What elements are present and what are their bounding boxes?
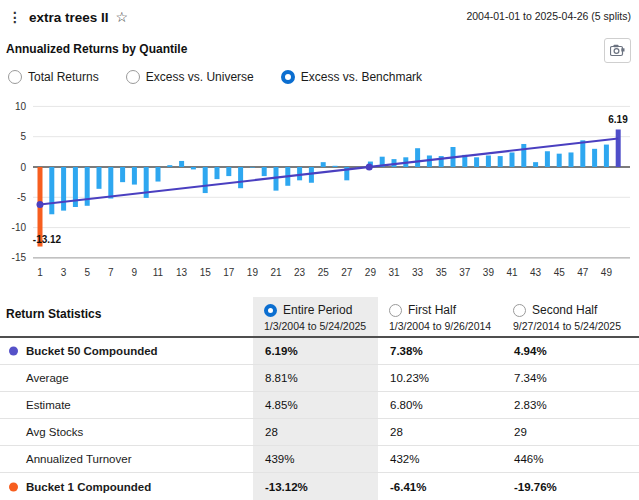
radio-circle <box>264 304 277 317</box>
table-row: Bucket 1 Compounded-13.12%-6.41%-19.76% <box>0 473 639 500</box>
svg-text:15: 15 <box>200 267 212 278</box>
table-row: Bucket 50 Compounded6.19%7.38%4.94% <box>0 338 639 365</box>
svg-text:23: 23 <box>294 267 306 278</box>
export-chart-button[interactable] <box>604 38 631 63</box>
svg-text:9: 9 <box>132 267 138 278</box>
stat-value: -6.41% <box>378 481 502 493</box>
window-header: ⋮ extra trees II ☆ 2004-01-01 to 2025-04… <box>8 8 631 30</box>
stat-value: 4.85% <box>253 399 378 411</box>
svg-text:17: 17 <box>223 267 235 278</box>
table-title: Return Statistics <box>0 297 253 336</box>
table-header-row: Return Statistics Entire Period 1/3/2004… <box>0 297 639 338</box>
svg-text:-10: -10 <box>12 222 27 233</box>
camera-icon <box>610 44 625 57</box>
svg-text:39: 39 <box>483 267 495 278</box>
bucket-color-dot <box>9 347 18 356</box>
radio-circle <box>513 304 526 317</box>
svg-text:29: 29 <box>365 267 377 278</box>
svg-text:37: 37 <box>459 267 471 278</box>
row-label: Average <box>0 372 253 384</box>
svg-text:21: 21 <box>270 267 282 278</box>
table-row: Annualized Turnover439%432%446% <box>0 446 639 473</box>
svg-text:47: 47 <box>577 267 589 278</box>
stat-value: 7.38% <box>378 345 502 357</box>
radio-excess-vs-universe[interactable]: Excess vs. Universe <box>126 70 254 84</box>
svg-text:35: 35 <box>436 267 448 278</box>
table-body: Bucket 50 Compounded6.19%7.38%4.94%Avera… <box>0 338 639 500</box>
quantile-returns-chart: 1050-5-10-151357911131517192123252729313… <box>0 98 639 290</box>
svg-text:-5: -5 <box>17 192 26 203</box>
svg-text:7: 7 <box>108 267 114 278</box>
quantile-bar-chart: 1050-5-10-151357911131517192123252729313… <box>0 98 639 290</box>
row-label: Estimate <box>0 399 253 411</box>
column-first-half: First Half 1/3/2004 to 9/26/2014 <box>378 297 502 336</box>
svg-text:41: 41 <box>506 267 518 278</box>
svg-text:13: 13 <box>176 267 188 278</box>
stat-value: 2.83% <box>502 399 639 411</box>
svg-text:0: 0 <box>20 162 26 173</box>
column-date-range: 9/27/2014 to 5/24/2025 <box>502 320 639 332</box>
row-label: Bucket 50 Compounded <box>0 345 253 357</box>
stat-value: 6.80% <box>378 399 502 411</box>
radio-circle <box>126 70 140 84</box>
star-icon[interactable]: ☆ <box>116 9 129 25</box>
svg-text:43: 43 <box>530 267 542 278</box>
row-label: Avg Stocks <box>0 426 253 438</box>
svg-text:31: 31 <box>388 267 400 278</box>
stat-value: 28 <box>253 426 378 438</box>
return-statistics-table: Return Statistics Entire Period 1/3/2004… <box>0 297 639 500</box>
svg-text:11: 11 <box>153 267 164 278</box>
chart-view-options: Total Returns Excess vs. Universe Excess… <box>8 70 422 84</box>
radio-circle <box>8 70 22 84</box>
bucket-color-dot <box>9 482 18 491</box>
stat-value: 6.19% <box>253 345 378 357</box>
radio-excess-vs-benchmark[interactable]: Excess vs. Benchmark <box>281 70 422 84</box>
table-row: Average8.81%10.23%7.34% <box>0 365 639 392</box>
radio-first-half[interactable]: First Half <box>378 303 502 317</box>
svg-text:10: 10 <box>15 101 27 112</box>
row-label: Annualized Turnover <box>0 453 253 465</box>
stat-value: 7.34% <box>502 372 639 384</box>
radio-circle <box>389 304 402 317</box>
svg-text:27: 27 <box>341 267 353 278</box>
page-title: extra trees II <box>29 10 109 25</box>
stat-value: 4.94% <box>502 345 639 357</box>
column-date-range: 1/3/2004 to 5/24/2025 <box>253 320 378 332</box>
column-second-half: Second Half 9/27/2014 to 5/24/2025 <box>502 297 639 336</box>
svg-text:6.19: 6.19 <box>608 114 628 125</box>
svg-text:1: 1 <box>37 267 43 278</box>
column-date-range: 1/3/2004 to 9/26/2014 <box>378 320 502 332</box>
svg-text:45: 45 <box>554 267 566 278</box>
svg-text:49: 49 <box>601 267 613 278</box>
date-range-label: 2004-01-01 to 2025-04-26 (5 splits) <box>466 10 631 22</box>
svg-text:5: 5 <box>20 131 26 142</box>
column-entire-period: Entire Period 1/3/2004 to 5/24/2025 <box>253 297 378 336</box>
radio-circle <box>281 70 295 84</box>
svg-text:-15: -15 <box>12 252 27 263</box>
stat-value: 8.81% <box>253 372 378 384</box>
row-label: Bucket 1 Compounded <box>0 481 253 493</box>
svg-text:3: 3 <box>61 267 67 278</box>
stat-value: 432% <box>378 453 502 465</box>
kebab-menu-icon[interactable]: ⋮ <box>8 8 22 26</box>
stat-value: 29 <box>502 426 639 438</box>
stat-value: -13.12% <box>253 481 378 493</box>
svg-text:33: 33 <box>412 267 424 278</box>
radio-total-returns[interactable]: Total Returns <box>8 70 99 84</box>
stat-value: 439% <box>253 453 378 465</box>
stat-value: 10.23% <box>378 372 502 384</box>
stat-value: -19.76% <box>502 481 639 493</box>
table-row: Estimate4.85%6.80%2.83% <box>0 392 639 419</box>
svg-text:-13.12: -13.12 <box>33 234 62 245</box>
svg-text:5: 5 <box>84 267 90 278</box>
svg-text:19: 19 <box>247 267 259 278</box>
table-row: Avg Stocks282829 <box>0 419 639 446</box>
radio-second-half[interactable]: Second Half <box>502 303 639 317</box>
stat-value: 28 <box>378 426 502 438</box>
section-title: Annualized Returns by Quantile <box>6 42 187 56</box>
svg-text:25: 25 <box>318 267 330 278</box>
stat-value: 446% <box>502 453 639 465</box>
radio-entire-period[interactable]: Entire Period <box>253 303 378 317</box>
